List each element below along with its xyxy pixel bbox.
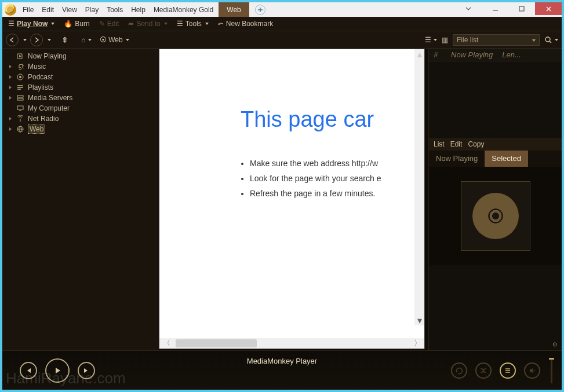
menu-edit[interactable]: Edit [38, 2, 58, 17]
expand-arrow-icon[interactable] [8, 65, 13, 68]
error-suggestions: Make sure the web address http://w Look … [241, 159, 381, 198]
svg-rect-4 [17, 96, 23, 97]
burn-button[interactable]: 🔥 Burn [61, 20, 92, 28]
menu-mediamonkey-gold[interactable]: MediaMonkey Gold [150, 2, 217, 17]
new-tab-button[interactable] [255, 5, 265, 15]
col-nowplaying[interactable]: Now Playing [451, 50, 493, 59]
resize-grip-icon[interactable]: ⊙ [429, 341, 562, 350]
menu-view[interactable]: View [58, 2, 81, 17]
send-to-button: ➦ Send to [126, 20, 169, 28]
tree-item-servers[interactable]: Media Servers [2, 93, 159, 103]
chevron-down-icon [51, 23, 54, 25]
tools-button[interactable]: ☰ Tools [174, 20, 211, 28]
view-list-button[interactable]: ☰ [425, 36, 437, 44]
svg-point-1 [545, 37, 550, 42]
main-menu: File Edit View Play Tools Help MediaMonk… [19, 2, 217, 17]
chevron-down-icon [88, 39, 92, 41]
up-level-icon[interactable]: ⇞ [61, 35, 68, 45]
web-icon: ⦿ [100, 36, 107, 44]
now-playing-pane: # Now Playing Len... List Edit Copy Now … [428, 49, 562, 350]
scroll-left-button[interactable]: 〈 [159, 338, 173, 349]
radio-icon [16, 115, 24, 122]
col-length[interactable]: Len... [502, 50, 521, 59]
main-content: Now PlayingMusicPodcastPlaylistsMedia Se… [2, 49, 562, 350]
view-columns-button[interactable]: ▥ [442, 36, 448, 44]
search-button[interactable] [544, 36, 558, 44]
svg-point-3 [19, 76, 21, 78]
expand-arrow-icon[interactable] [8, 86, 13, 89]
tree-item-music[interactable]: Music [2, 61, 159, 72]
menu-file[interactable]: File [19, 2, 38, 17]
tree-item-nowplaying[interactable]: Now Playing [2, 51, 159, 61]
tree-item-label: Playlists [28, 83, 53, 91]
web-icon [16, 126, 24, 133]
tab-selected[interactable]: Selected [485, 151, 528, 167]
error-suggestion-item: Make sure the web address http://w [250, 159, 381, 168]
tree-item-web[interactable]: Web [2, 124, 159, 134]
expand-arrow-icon[interactable] [8, 96, 13, 100]
disc-icon [472, 193, 519, 239]
play-now-button[interactable]: ☰ Play Now [6, 20, 57, 28]
breadcrumb-web[interactable]: ⦿ Web [97, 36, 131, 44]
tab-web[interactable]: Web [219, 2, 249, 17]
submenu-copy[interactable]: Copy [468, 140, 484, 148]
minimize-button[interactable] [482, 2, 508, 15]
action-toolbar: ☰ Play Now 🔥 Burn ✎ Edit ➦ Send to ☰ Too… [2, 17, 562, 31]
maximize-button[interactable] [508, 2, 535, 15]
horizontal-scrollbar[interactable]: 〈 〉 [159, 338, 424, 349]
send-icon: ➦ [128, 20, 134, 28]
album-art-area [429, 167, 562, 265]
chevron-down-icon [126, 39, 129, 41]
forward-history-dropdown[interactable] [48, 39, 51, 41]
tree-item-radio[interactable]: Net Radio [2, 113, 159, 124]
browser-viewport[interactable]: This page car Make sure the web address … [159, 49, 424, 338]
browser-frame: This page car Make sure the web address … [159, 49, 425, 349]
menu-help[interactable]: Help [127, 2, 150, 17]
scroll-down-button[interactable]: ▾ [414, 316, 424, 325]
album-cover-placeholder[interactable] [461, 181, 530, 251]
submenu-edit[interactable]: Edit [450, 140, 463, 148]
tree-item-podcast[interactable]: Podcast [2, 72, 159, 82]
expand-arrow-icon[interactable] [8, 75, 13, 79]
tree-item-label: Net Radio [28, 115, 59, 123]
col-number[interactable]: # [434, 50, 442, 59]
submenu-list[interactable]: List [434, 140, 445, 148]
tree-item-label: My Computer [28, 104, 70, 112]
search-icon [544, 36, 552, 44]
tree-item-label: Podcast [28, 73, 53, 81]
volume-slider[interactable] [551, 358, 552, 383]
tree-item-playlists[interactable]: Playlists [2, 82, 159, 93]
edit-icon: ✎ [99, 20, 105, 28]
help-button[interactable] [455, 2, 482, 15]
expand-arrow-icon[interactable] [8, 127, 13, 131]
collection-tree[interactable]: Now PlayingMusicPodcastPlaylistsMedia Se… [2, 49, 159, 350]
tracklist-empty[interactable] [429, 61, 562, 138]
back-button[interactable] [6, 34, 19, 46]
computer-icon [16, 105, 24, 112]
bookmark-icon: ⤺ [218, 20, 224, 28]
home-icon: ⌂ [81, 36, 85, 44]
vertical-scrollbar[interactable]: ▴ ▾ [414, 49, 424, 325]
file-list-dropdown[interactable]: File list [453, 34, 540, 46]
scrollbar-thumb[interactable] [176, 339, 257, 347]
forward-button[interactable] [30, 34, 43, 46]
svg-rect-0 [519, 6, 524, 11]
menu-play[interactable]: Play [81, 2, 103, 17]
volume-slider-thumb[interactable] [549, 358, 554, 360]
playlists-icon [16, 84, 24, 91]
tracklist-header[interactable]: # Now Playing Len... [429, 49, 562, 61]
art-sub-menu: List Edit Copy [429, 138, 562, 151]
expand-arrow-icon[interactable] [8, 117, 13, 120]
tree-item-computer[interactable]: My Computer [2, 103, 159, 113]
scroll-right-button[interactable]: 〉 [410, 338, 424, 349]
back-history-dropdown[interactable] [23, 39, 27, 41]
close-button[interactable] [535, 2, 562, 15]
scroll-up-button[interactable]: ▴ [414, 49, 424, 59]
breadcrumb-home[interactable]: ⌂ [79, 36, 94, 44]
svg-rect-5 [17, 98, 23, 100]
chevron-down-icon [164, 23, 168, 25]
tab-now-playing[interactable]: Now Playing [429, 151, 485, 167]
menu-tools[interactable]: Tools [103, 2, 127, 17]
nowplaying-icon [16, 53, 24, 60]
new-bookmark-button[interactable]: ⤺ New Bookmark [216, 20, 275, 28]
